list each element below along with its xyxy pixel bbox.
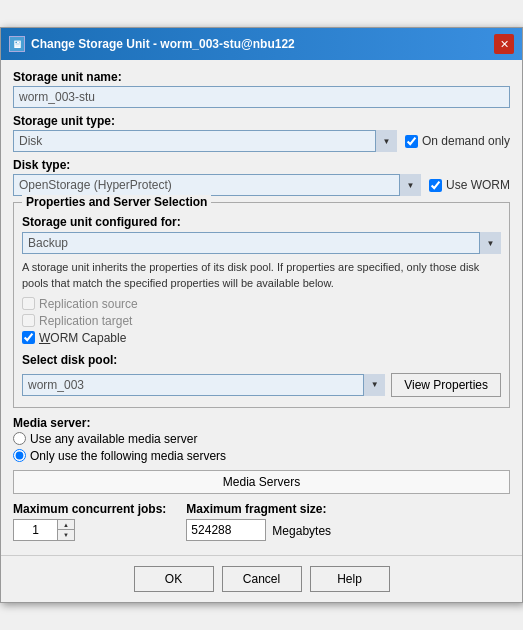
media-servers-button[interactable]: Media Servers: [13, 470, 510, 494]
concurrent-section: Maximum concurrent jobs: ▲ ▼ Maximum fra…: [13, 502, 510, 541]
concurrent-jobs-group: Maximum concurrent jobs: ▲ ▼: [13, 502, 166, 541]
on-demand-only-checkbox[interactable]: [405, 135, 418, 148]
use-worm-checkbox-label[interactable]: Use WORM: [429, 178, 510, 192]
disk-type-row: OpenStorage (HyperProtect) ▼ Use WORM: [13, 174, 510, 196]
media-server-option1-label: Use any available media server: [30, 432, 197, 446]
replication-target-row: Replication target: [22, 314, 501, 328]
media-server-option2-label: Only use the following media servers: [30, 449, 226, 463]
disk-pool-select-wrapper: worm_003 ▼: [22, 374, 385, 396]
replication-target-label: Replication target: [39, 314, 132, 328]
concurrent-jobs-spinner: ▲ ▼: [13, 519, 166, 541]
worm-capable-checkbox[interactable]: [22, 331, 35, 344]
dialog-title: Change Storage Unit - worm_003-stu@nbu12…: [31, 37, 295, 51]
on-demand-only-label: On demand only: [422, 134, 510, 148]
concurrent-jobs-label: Maximum concurrent jobs:: [13, 502, 166, 516]
storage-unit-type-label: Storage unit type:: [13, 114, 510, 128]
dialog-content: Storage unit name: Storage unit type: Di…: [1, 60, 522, 551]
megabytes-label: Megabytes: [272, 524, 331, 538]
disk-pool-row: worm_003 ▼ View Properties: [22, 373, 501, 397]
media-server-radio2[interactable]: [13, 449, 26, 462]
change-storage-unit-dialog: 🖥 Change Storage Unit - worm_003-stu@nbu…: [0, 27, 523, 603]
media-server-section: Media server: Use any available media se…: [13, 416, 510, 494]
close-button[interactable]: ✕: [494, 34, 514, 54]
disk-pool-select[interactable]: worm_003: [22, 374, 385, 396]
media-server-radio2-row: Only use the following media servers: [13, 449, 510, 463]
disk-type-label: Disk type:: [13, 158, 510, 172]
use-worm-label: Use WORM: [446, 178, 510, 192]
storage-unit-type-row: Disk ▼ On demand only: [13, 130, 510, 152]
media-server-label: Media server:: [13, 416, 510, 430]
ok-button[interactable]: OK: [134, 566, 214, 592]
concurrent-jobs-down-button[interactable]: ▼: [58, 530, 74, 540]
fragment-size-input[interactable]: [186, 519, 266, 541]
disk-type-select[interactable]: OpenStorage (HyperProtect): [13, 174, 421, 196]
on-demand-only-checkbox-label[interactable]: On demand only: [405, 134, 510, 148]
properties-group-title: Properties and Server Selection: [22, 195, 211, 209]
storage-unit-type-select-wrapper: Disk ▼: [13, 130, 397, 152]
title-bar-left: 🖥 Change Storage Unit - worm_003-stu@nbu…: [9, 36, 295, 52]
fragment-size-label: Maximum fragment size:: [186, 502, 331, 516]
concurrent-jobs-up-button[interactable]: ▲: [58, 520, 74, 531]
dialog-icon: 🖥: [9, 36, 25, 52]
disk-type-group: Disk type: OpenStorage (HyperProtect) ▼ …: [13, 158, 510, 196]
bottom-buttons: OK Cancel Help: [1, 555, 522, 602]
worm-capable-row: WORM Capable: [22, 331, 501, 345]
storage-unit-name-input[interactable]: [13, 86, 510, 108]
media-server-radio1-row: Use any available media server: [13, 432, 510, 446]
storage-unit-type-select[interactable]: Disk: [13, 130, 397, 152]
cancel-button[interactable]: Cancel: [222, 566, 302, 592]
concurrent-jobs-input[interactable]: [13, 519, 58, 541]
use-worm-checkbox[interactable]: [429, 179, 442, 192]
configured-for-label: Storage unit configured for:: [22, 215, 501, 229]
view-properties-button[interactable]: View Properties: [391, 373, 501, 397]
configured-for-select[interactable]: Backup: [22, 232, 501, 254]
fragment-size-row: Megabytes: [186, 519, 331, 541]
disk-pool-label: Select disk pool:: [22, 353, 501, 367]
disk-pool-group: Select disk pool: worm_003 ▼ View Proper…: [22, 353, 501, 397]
worm-capable-label: WORM Capable: [39, 331, 126, 345]
storage-unit-name-label: Storage unit name:: [13, 70, 510, 84]
storage-unit-name-group: Storage unit name:: [13, 70, 510, 108]
replication-target-checkbox[interactable]: [22, 314, 35, 327]
fragment-size-group: Maximum fragment size: Megabytes: [186, 502, 331, 541]
media-server-radio1[interactable]: [13, 432, 26, 445]
replication-source-checkbox[interactable]: [22, 297, 35, 310]
title-bar: 🖥 Change Storage Unit - worm_003-stu@nbu…: [1, 28, 522, 60]
configured-for-select-wrapper: Backup ▼: [22, 232, 501, 254]
concurrent-jobs-arrows: ▲ ▼: [58, 519, 75, 541]
help-button[interactable]: Help: [310, 566, 390, 592]
storage-unit-type-group: Storage unit type: Disk ▼ On demand only: [13, 114, 510, 152]
properties-group-box: Properties and Server Selection Storage …: [13, 202, 510, 408]
disk-type-select-wrapper: OpenStorage (HyperProtect) ▼: [13, 174, 421, 196]
replication-source-row: Replication source: [22, 297, 501, 311]
replication-source-label: Replication source: [39, 297, 138, 311]
configured-for-group: Storage unit configured for: Backup ▼: [22, 215, 501, 254]
properties-description: A storage unit inherits the properties o…: [22, 260, 501, 291]
